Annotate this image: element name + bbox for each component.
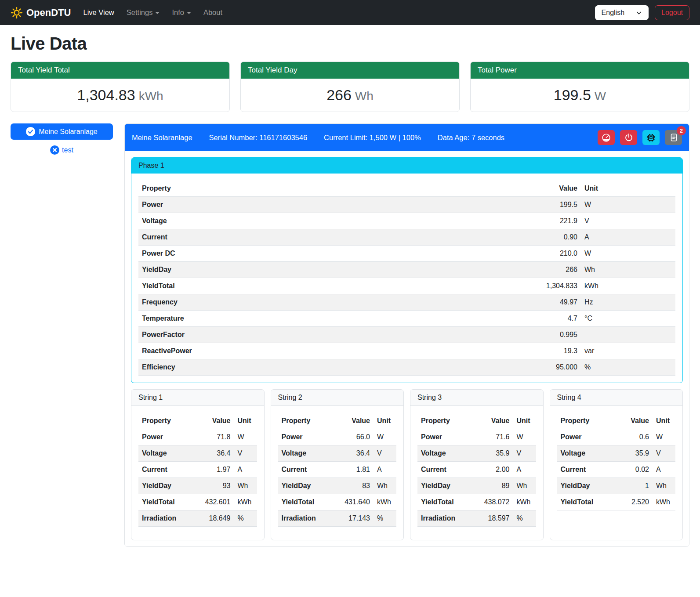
event-log-button[interactable]: 2	[665, 130, 682, 145]
journal-icon	[669, 133, 678, 142]
unit-cell: Wh	[653, 478, 675, 494]
unit-cell: A	[234, 462, 257, 478]
unit-cell: kWh	[374, 494, 396, 510]
unit-cell	[581, 327, 675, 343]
value-cell: 4.7	[524, 311, 581, 327]
inverter-selected-button[interactable]: Meine Solaranlage	[11, 123, 113, 140]
brand-label: OpenDTU	[26, 7, 71, 18]
sun-icon	[11, 7, 23, 19]
value-cell: 17.143	[341, 510, 374, 527]
table-row: YieldTotal2.520kWh	[557, 494, 676, 510]
summary-cards: Total Yield Total 1,304.83kWh Total Yiel…	[11, 62, 689, 112]
property-cell: YieldTotal	[417, 494, 481, 510]
nav-settings-label: Settings	[127, 8, 153, 17]
table-row: Power71.6W	[417, 429, 536, 445]
unit-cell: A	[653, 462, 675, 478]
nav-info-label: Info	[172, 8, 184, 17]
table-row: YieldTotal1,304.833kWh	[138, 278, 675, 294]
string-1-table: Property Value Unit Power71.8WVoltage36.…	[138, 413, 257, 527]
value-cell: 1,304.833	[524, 278, 581, 294]
property-column-header: Property	[138, 181, 524, 197]
inverter-actions: 2	[598, 130, 682, 145]
value-cell: 221.9	[524, 213, 581, 229]
value-cell: 71.8	[202, 429, 234, 445]
inverter-list: Meine Solaranlage test	[11, 123, 113, 155]
unit-cell: W	[513, 429, 536, 445]
inverter-name: Meine Solaranlage	[132, 134, 192, 142]
table-row: Power66.0W	[278, 429, 397, 445]
nav-settings[interactable]: Settings	[127, 8, 160, 17]
unit-cell: var	[581, 343, 675, 359]
property-cell: Current	[417, 462, 481, 478]
value-cell: 438.072	[481, 494, 513, 510]
property-cell: Efficiency	[138, 359, 524, 376]
unit-cell: %	[513, 510, 536, 527]
string-3-card: String 3 Property Value Unit	[410, 389, 544, 540]
brand[interactable]: OpenDTU	[11, 7, 71, 19]
chevron-down-icon	[187, 12, 191, 14]
logout-button[interactable]: Logout	[655, 5, 689, 20]
inverter-serial: Serial Number: 116171603546	[209, 134, 308, 142]
property-column-header: Property	[138, 413, 202, 429]
table-row: Power0.6W	[557, 429, 676, 445]
property-cell: Current	[278, 462, 341, 478]
string-2-title: String 2	[271, 390, 404, 406]
string-1-title: String 1	[131, 390, 264, 406]
card-title: Total Yield Total	[11, 62, 229, 79]
language-select[interactable]: English	[595, 5, 649, 20]
table-row: Current0.90A	[138, 229, 675, 246]
table-row: Irradiation18.649%	[138, 510, 257, 527]
unit-cell: W	[374, 429, 396, 445]
inverter-limit: Current Limit: 1,500 W | 100%	[324, 134, 421, 142]
unit-cell: °C	[581, 311, 675, 327]
card-unit: Wh	[355, 89, 374, 103]
device-info-button[interactable]	[642, 130, 660, 145]
value-cell: 1.81	[341, 462, 374, 478]
value-cell: 431.640	[341, 494, 374, 510]
nav-info[interactable]: Info	[172, 8, 191, 17]
string-4-table: Property Value Unit Power0.6WVoltage35.9…	[557, 413, 676, 510]
table-row: Power DC210.0W	[138, 246, 675, 262]
event-count-badge[interactable]: 2	[677, 126, 686, 135]
nav-about[interactable]: About	[203, 8, 222, 17]
inverter-selected-label: Meine Solaranlage	[39, 128, 97, 136]
power-button[interactable]	[620, 130, 637, 145]
unit-cell: %	[581, 359, 675, 376]
property-cell: Irradiation	[138, 510, 202, 527]
unit-cell: %	[234, 510, 257, 527]
top-navbar: OpenDTU Live View Settings Info About En…	[0, 0, 700, 25]
unit-cell: V	[513, 445, 536, 462]
value-column-header: Value	[621, 413, 653, 429]
property-cell: Voltage	[138, 445, 202, 462]
string-1-card: String 1 Property Value Unit	[131, 389, 265, 540]
inverter-item-test[interactable]: test	[11, 145, 113, 155]
property-column-header: Property	[417, 413, 481, 429]
value-cell: 95.000	[524, 359, 581, 376]
table-row: Voltage35.9V	[417, 445, 536, 462]
table-header-row: Property Value Unit	[417, 413, 536, 429]
inverter-panel: Meine Solaranlage Serial Number: 1161716…	[124, 123, 689, 547]
inverter-panel-header: Meine Solaranlage Serial Number: 1161716…	[125, 124, 689, 151]
table-row: Current1.81A	[278, 462, 397, 478]
speedometer-icon	[602, 133, 611, 142]
value-cell: 2.520	[621, 494, 653, 510]
property-cell: Voltage	[417, 445, 481, 462]
phase-1-card: Phase 1 Property Value Unit Power199.5WV…	[131, 157, 683, 383]
table-row: YieldTotal438.072kWh	[417, 494, 536, 510]
string-4-card: String 4 Property Value Unit	[550, 389, 683, 540]
unit-cell: Wh	[513, 478, 536, 494]
property-cell: ReactivePower	[138, 343, 524, 359]
limit-settings-button[interactable]	[598, 130, 615, 145]
property-cell: YieldDay	[138, 478, 202, 494]
unit-cell: W	[581, 246, 675, 262]
card-value: 1,304.83	[77, 87, 135, 103]
unit-column-header: Unit	[653, 413, 675, 429]
total-yield-total-card: Total Yield Total 1,304.83kWh	[11, 62, 230, 112]
nav-live-view[interactable]: Live View	[83, 8, 114, 17]
value-cell: 210.0	[524, 246, 581, 262]
language-value: English	[602, 9, 624, 17]
table-header-row: Property Value Unit	[557, 413, 676, 429]
unit-cell: A	[374, 462, 396, 478]
inverter-item-test-label: test	[62, 146, 73, 154]
table-row: YieldTotal432.601kWh	[138, 494, 257, 510]
